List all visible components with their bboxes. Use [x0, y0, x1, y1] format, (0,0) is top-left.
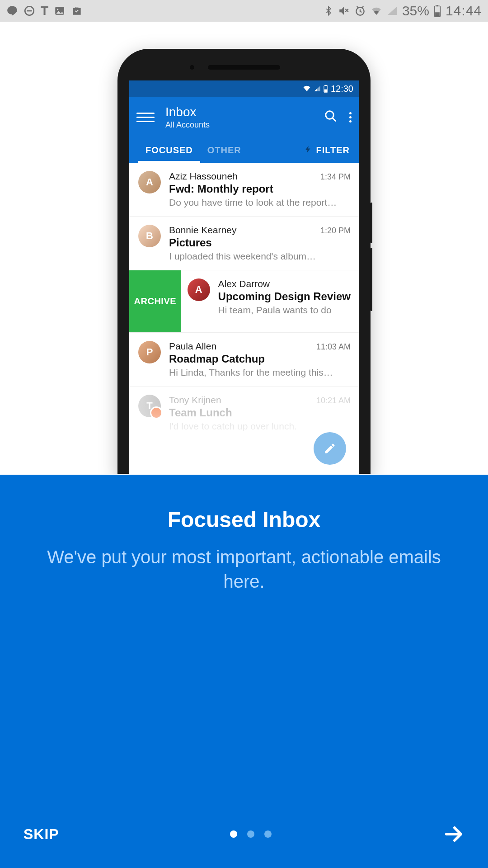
email-subject: Fwd: Monthly report: [169, 183, 351, 195]
svg-point-3: [57, 9, 58, 10]
page-dot-2: [247, 830, 254, 838]
email-subject: Roadmap Catchup: [169, 353, 351, 365]
email-row-swiped[interactable]: ARCHIVE A Alex Darrow Upcoming Design Re…: [129, 270, 359, 333]
email-subject: Team Lunch: [169, 406, 351, 419]
page-dot-1: [230, 830, 237, 838]
briefcase-check-icon: [71, 5, 83, 17]
next-button[interactable]: [443, 823, 465, 845]
arrow-right-icon: [443, 823, 465, 845]
avatar: T: [138, 395, 161, 417]
svg-rect-11: [325, 85, 326, 86]
email-time: 1:34 PM: [320, 172, 351, 182]
bolt-icon: [304, 144, 312, 156]
page-dot-3: [264, 830, 272, 838]
avatar: A: [138, 171, 161, 193]
battery-icon: [434, 5, 441, 17]
email-preview: Do you have time to look at the report…: [169, 197, 351, 208]
email-preview: Hi team, Paula wants to do: [218, 305, 351, 316]
email-from: Aziz Hassouneh: [169, 171, 238, 182]
image-icon: [54, 5, 66, 17]
app-bar-subtitle: All Accounts: [165, 120, 324, 130]
inbox-tabs: FOCUSED OTHER FILTER: [129, 137, 359, 163]
archive-action[interactable]: ARCHIVE: [129, 270, 181, 332]
mock-status-bar: 12:30: [129, 80, 359, 97]
svg-rect-12: [324, 90, 328, 92]
email-preview: Hi Linda, Thanks for the meeting this…: [169, 367, 351, 378]
dnd-icon: [23, 5, 35, 17]
compose-fab[interactable]: [314, 432, 346, 465]
alarm-icon: [354, 5, 366, 17]
email-row[interactable]: T Tony Krijnen10:21 AM Team Lunch I'd lo…: [129, 387, 359, 440]
email-time: 11:03 AM: [316, 342, 351, 352]
filter-button[interactable]: FILTER: [304, 144, 350, 156]
svg-rect-9: [435, 12, 440, 16]
email-preview: I uploaded this weekend's album…: [169, 251, 351, 262]
wifi-icon: [371, 6, 382, 16]
cell-signal-icon: [387, 6, 398, 16]
wifi-icon: [303, 85, 311, 92]
battery-icon: [324, 85, 328, 93]
email-preview: I'd love to catch up over lunch.: [169, 421, 351, 432]
onboarding-title: Focused Inbox: [0, 507, 488, 532]
onboarding-panel: Focused Inbox We've put your most import…: [0, 475, 488, 868]
mute-icon: [338, 5, 350, 17]
tab-focused[interactable]: FOCUSED: [138, 137, 200, 163]
email-row[interactable]: A Aziz Hassouneh1:34 PM Fwd: Monthly rep…: [129, 163, 359, 217]
tab-other[interactable]: OTHER: [200, 137, 249, 163]
mock-clock-text: 12:30: [331, 84, 353, 94]
device-status-bar: T 35% 14:44: [0, 0, 488, 22]
page-indicator: [230, 830, 272, 838]
email-time: 10:21 AM: [316, 396, 351, 406]
menu-icon[interactable]: [136, 113, 155, 122]
search-icon[interactable]: [324, 109, 338, 125]
phone-mockup: 12:30 Inbox All Accounts FOCUSED OTHER: [117, 49, 371, 474]
pencil-icon: [324, 442, 336, 455]
avatar: B: [138, 225, 161, 247]
app-bar-title: Inbox: [165, 105, 324, 119]
email-from: Bonnie Kearney: [169, 225, 236, 236]
bluetooth-icon: [324, 5, 333, 17]
avatar: P: [138, 341, 161, 363]
onboarding-illustration: 12:30 Inbox All Accounts FOCUSED OTHER: [0, 22, 488, 474]
email-row[interactable]: P Paula Allen11:03 AM Roadmap Catchup Hi…: [129, 333, 359, 387]
email-subject: Upcoming Design Review: [218, 290, 351, 303]
email-row[interactable]: B Bonnie Kearney1:20 PM Pictures I uploa…: [129, 217, 359, 270]
onboarding-subtitle: We've put your most important, actionabl…: [0, 545, 488, 594]
more-icon[interactable]: [349, 112, 352, 123]
battery-percent-text: 35%: [402, 3, 429, 19]
app-bar: Inbox All Accounts: [129, 97, 359, 137]
email-time: 1:20 PM: [320, 226, 351, 236]
email-subject: Pictures: [169, 236, 351, 249]
cell-signal-icon: [314, 85, 321, 92]
svg-rect-8: [436, 5, 438, 6]
clock-text: 14:44: [446, 3, 482, 19]
hangouts-icon: [6, 5, 18, 17]
avatar: A: [188, 278, 210, 301]
email-from: Tony Krijnen: [169, 395, 221, 406]
email-from: Paula Allen: [169, 341, 216, 352]
svg-line-14: [333, 118, 336, 122]
svg-point-13: [326, 111, 334, 119]
skip-button[interactable]: SKIP: [23, 826, 59, 843]
email-from: Alex Darrow: [218, 278, 270, 289]
carrier-t-icon: T: [41, 4, 48, 18]
